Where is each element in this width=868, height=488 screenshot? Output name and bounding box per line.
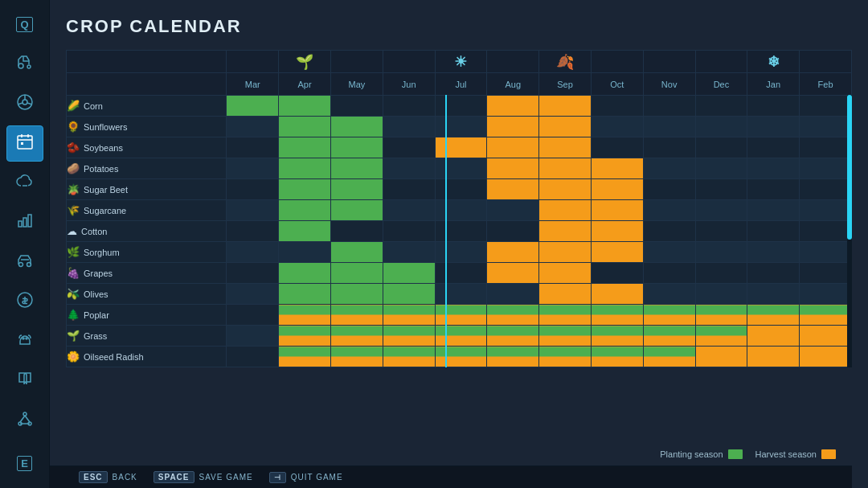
- month-cell: [330, 137, 383, 158]
- crop-row-poplar: 🌲Poplar: [67, 305, 852, 326]
- calendar-icon: [16, 133, 34, 154]
- month-cell: [695, 179, 747, 200]
- month-cell: [800, 158, 852, 179]
- crop-name-oilseed-radish: 🌼Oilseed Radish: [67, 347, 227, 367]
- month-cell: [643, 326, 695, 347]
- month-cell: [487, 221, 539, 242]
- svg-line-25: [25, 416, 30, 422]
- esc-back-key[interactable]: ESC BACK: [79, 471, 137, 483]
- sidebar-item-stats[interactable]: [6, 204, 43, 240]
- sidebar-item-calendar[interactable]: [6, 125, 43, 162]
- month-cell: [747, 305, 800, 326]
- month-cell: [435, 117, 487, 137]
- col-dec: Dec: [695, 73, 747, 96]
- month-cell: [591, 284, 643, 305]
- month-cell: [227, 117, 279, 137]
- month-cell: [227, 221, 279, 242]
- svg-point-15: [18, 262, 23, 266]
- sidebar-item-animal[interactable]: [6, 323, 43, 359]
- month-cell: [227, 96, 279, 117]
- month-cell: [747, 263, 800, 284]
- month-cell: [591, 221, 643, 242]
- month-cell: [227, 263, 279, 284]
- calendar-container[interactable]: 🌱 ☀ 🍂 ❄: [66, 50, 852, 443]
- month-cell: [487, 263, 539, 284]
- quit-key[interactable]: ⊣ QUIT GAME: [269, 472, 343, 483]
- month-cell: [435, 326, 487, 347]
- month-cell: [487, 305, 539, 326]
- month-cell: [487, 200, 539, 221]
- svg-point-3: [23, 100, 27, 105]
- stats-icon: [16, 211, 34, 233]
- month-cell: [747, 137, 800, 158]
- crop-icon: 🌱: [67, 330, 80, 342]
- month-cell: [695, 96, 747, 117]
- month-icon-mar: [227, 51, 279, 73]
- crop-row-sugarcane: 🌾Sugarcane: [67, 200, 852, 221]
- sidebar-item-network[interactable]: [6, 403, 43, 439]
- col-may: May: [330, 73, 383, 96]
- col-apr: Apr: [279, 73, 331, 96]
- month-cell: [279, 242, 331, 263]
- month-cell: [800, 117, 852, 137]
- crop-icon: 🫒: [67, 288, 80, 300]
- month-cell: [435, 96, 487, 117]
- sidebar-item-q[interactable]: Q: [6, 6, 43, 43]
- month-cell: [539, 305, 592, 326]
- esc-key-box: ESC: [79, 471, 108, 483]
- month-icon-sep: 🍂: [539, 51, 592, 73]
- crop-name-olives: 🫒Olives: [67, 284, 227, 305]
- crop-row-corn: 🌽Corn: [67, 96, 852, 117]
- crop-label: Poplar: [84, 310, 109, 320]
- tractor-icon: [15, 52, 35, 76]
- month-cell: [330, 96, 383, 117]
- month-cell: [435, 347, 487, 367]
- sidebar-item-weather[interactable]: [6, 165, 43, 201]
- svg-rect-12: [18, 221, 22, 227]
- month-cell: [747, 117, 800, 137]
- month-cell: [539, 200, 592, 221]
- crop-name-grass: 🌱Grass: [67, 326, 227, 347]
- harvest-season-label: Harvest season: [755, 449, 817, 459]
- month-cell: [695, 200, 747, 221]
- harvest-color-swatch: [821, 449, 836, 459]
- sidebar-item-steering[interactable]: [6, 86, 43, 122]
- crop-label: Sorghum: [84, 248, 120, 257]
- month-icon-jun: [383, 51, 435, 73]
- month-cell: [643, 242, 695, 263]
- svg-line-5: [18, 103, 23, 105]
- sidebar-item-e[interactable]: E: [6, 445, 43, 482]
- month-cell: [800, 263, 852, 284]
- month-cell: [383, 347, 435, 367]
- month-cell: [800, 137, 852, 158]
- sidebar-item-vehicle[interactable]: [6, 244, 43, 281]
- crop-row-potatoes: 🥔Potatoes: [67, 158, 852, 179]
- crop-row-olives: 🫒Olives: [67, 284, 852, 305]
- svg-line-6: [27, 103, 32, 105]
- svg-point-1: [27, 65, 31, 68]
- month-cell: [383, 221, 435, 242]
- space-save-key[interactable]: SPACE SAVE GAME: [154, 471, 253, 483]
- sidebar-item-money[interactable]: [6, 284, 43, 320]
- month-cell: [643, 117, 695, 137]
- crop-label: Corn: [84, 101, 103, 111]
- month-cell: [330, 284, 383, 305]
- crop-label: Sugar Beet: [84, 185, 128, 195]
- month-cell: [383, 137, 435, 158]
- month-cell: [800, 200, 852, 221]
- month-cell: [435, 221, 487, 242]
- sidebar-item-tractor[interactable]: [6, 46, 43, 82]
- sidebar-item-book[interactable]: [6, 363, 43, 399]
- month-cell: [487, 242, 539, 263]
- month-cell: [487, 179, 539, 200]
- weather-icon: [16, 172, 34, 194]
- month-cell: [330, 200, 383, 221]
- month-cell: [227, 284, 279, 305]
- svg-rect-7: [18, 136, 32, 149]
- harvest-legend: Harvest season: [755, 449, 836, 459]
- crop-label: Soybeans: [84, 143, 123, 153]
- month-cell: [435, 242, 487, 263]
- month-cell: [330, 263, 383, 284]
- month-cell: [330, 117, 383, 137]
- crop-name-sunflowers: 🌻Sunflowers: [67, 117, 227, 137]
